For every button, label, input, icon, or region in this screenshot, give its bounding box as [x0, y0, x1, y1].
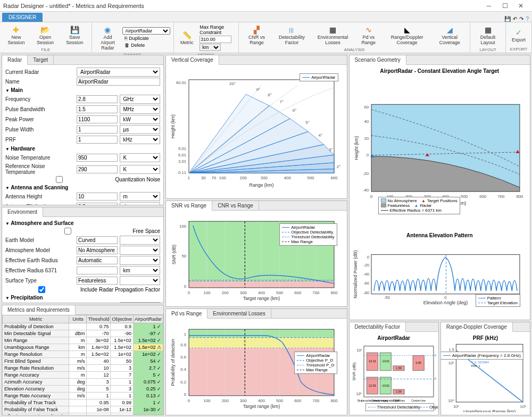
prop-input[interactable] — [77, 236, 118, 244]
tab-cnr[interactable]: CNR vs Range — [212, 201, 259, 210]
minimize-button[interactable]: ─ — [481, 0, 497, 12]
section-antenna[interactable]: Antenna and Scanning — [4, 184, 161, 191]
new-session-button[interactable]: ✚New Session — [3, 23, 29, 47]
svg-text:40: 40 — [364, 119, 369, 124]
maximize-button[interactable]: ☐ — [497, 0, 513, 12]
table-row[interactable]: Min Detectable SignaldBm-70-90-97 ✓ — [3, 330, 163, 337]
radar-select[interactable]: AirportRadar — [122, 27, 170, 35]
unit-select[interactable] — [120, 256, 161, 265]
tab-rdc[interactable]: Range-Doppler Coverage — [441, 322, 513, 332]
tab-designer[interactable]: DESIGNER — [2, 13, 43, 22]
section-atmosphere[interactable]: Atmosphere and Surface — [4, 219, 161, 227]
prop-input[interactable] — [77, 193, 118, 201]
table-row[interactable]: Elevation Accuracydeg530.25 ✓ — [3, 385, 163, 392]
help-icon[interactable]: ? — [526, 16, 529, 22]
cnr-button[interactable]: ▞CNR vs Range — [242, 23, 271, 47]
unit-select[interactable]: deg — [120, 202, 161, 205]
constraint-unit[interactable]: km — [200, 44, 221, 51]
export-button[interactable]: ✓Export — [509, 23, 528, 46]
unit-select[interactable]: kW — [120, 115, 161, 124]
prop-input[interactable] — [77, 277, 118, 285]
save-icon[interactable]: 💾 — [504, 16, 511, 22]
tab-snr[interactable]: SNR vs Range — [166, 201, 212, 211]
detect-factor-button[interactable]: ⫼Detectability Factor — [273, 23, 310, 47]
constraint-input[interactable] — [200, 36, 231, 43]
table-row[interactable]: Unambiguous Rangekm1.4e+021.5e+021.5e+02… — [3, 344, 163, 351]
unit-select[interactable]: km — [120, 266, 161, 275]
quantization-noise-checkbox[interactable] — [5, 176, 113, 183]
undo-icon[interactable]: ↶ — [513, 16, 517, 22]
tab-envlosses[interactable]: Environmental Losses — [207, 309, 271, 318]
svg-text:Normalized Power (dB): Normalized Power (dB) — [352, 250, 358, 298]
unit-select[interactable]: K — [120, 153, 161, 162]
prop-input[interactable] — [77, 95, 118, 103]
unit-select[interactable]: kHz — [120, 135, 161, 144]
section-precip[interactable]: Precipitation — [4, 294, 161, 302]
table-row[interactable]: Range Rate Accuracym/s110.13 ✓ — [3, 392, 163, 399]
unit-select[interactable]: MHz — [120, 105, 161, 114]
prop-input[interactable] — [77, 203, 118, 205]
section-hardware[interactable]: Hardware — [4, 145, 161, 153]
unit-select[interactable] — [120, 246, 161, 255]
tab-radar[interactable]: Radar — [2, 55, 28, 65]
prop-input[interactable] — [77, 165, 118, 173]
delete-button[interactable]: 🗑Delete — [122, 42, 170, 48]
svg-text:1: 1 — [184, 332, 186, 337]
table-row[interactable]: Probability of False Track1e-081e-121e-3… — [3, 406, 163, 413]
prop-input[interactable] — [77, 246, 118, 254]
section-main[interactable]: Main — [4, 86, 161, 94]
table-row[interactable]: Min Rangem3e+021.5e+021.5e+02 ✓ — [3, 337, 163, 344]
add-radar-button[interactable]: ◉Add Airport Radar — [95, 23, 120, 52]
prop-input[interactable] — [77, 154, 118, 162]
group-export-label: EXPORT — [509, 46, 528, 52]
table-row[interactable]: Range Resolutionm1.5e+021e+021e+02 ✓ — [3, 351, 163, 357]
radar-name-input[interactable] — [77, 78, 160, 86]
tab-pd[interactable]: Pd vs Range — [166, 309, 207, 319]
save-session-button[interactable]: 💾Save Session — [61, 23, 88, 47]
scenario-title: AirportRadar - Constant Elevation Angle … — [352, 67, 528, 75]
prop-input[interactable] — [77, 136, 118, 144]
redo-icon[interactable]: ↷ — [519, 16, 523, 22]
include-propagation-checkbox[interactable] — [5, 286, 78, 293]
open-session-button[interactable]: 📂Open Session — [31, 23, 59, 47]
free-space-checkbox[interactable] — [5, 228, 130, 235]
svg-text:600: 600 — [330, 176, 338, 180]
unit-select[interactable] — [120, 276, 161, 285]
svg-text:-20: -20 — [363, 263, 369, 268]
tab-metrics[interactable]: Metrics and Requirements — [2, 305, 76, 315]
prop-input[interactable] — [77, 115, 118, 123]
tab-target[interactable]: Target — [28, 55, 54, 64]
table-row[interactable]: Effective Isotropic Radiated PowerMW1e+0… — [3, 413, 163, 415]
default-layout-button[interactable]: ▦Default Layout — [473, 23, 502, 47]
prop-input[interactable] — [77, 266, 118, 274]
prop-input[interactable] — [77, 256, 118, 264]
pd-range-button[interactable]: ∿Pd vs Range — [355, 23, 381, 47]
metric-button[interactable]: 📏Metric — [177, 23, 196, 52]
duplicate-button[interactable]: ⎘Duplicate — [122, 35, 170, 41]
unit-select[interactable] — [120, 236, 161, 245]
unit-select[interactable]: m — [120, 192, 161, 201]
table-row[interactable]: Azimuth Accuracydeg310.075 ✓ — [3, 378, 163, 385]
tab-vertical-coverage[interactable]: Vertical Coverage — [166, 55, 219, 65]
tab-scenario[interactable]: Scenario Geometry — [350, 55, 406, 65]
vert-coverage-button[interactable]: ◢Vertical Coverage — [433, 23, 467, 47]
unit-select[interactable]: K — [120, 165, 161, 174]
svg-text:0.2: 0.2 — [180, 380, 186, 385]
svg-text:8°: 8° — [268, 93, 271, 97]
tab-detect-factor[interactable]: Detectability Factor — [350, 322, 406, 332]
current-radar-select[interactable]: AirportRadar — [77, 68, 160, 77]
table-row[interactable]: Probability of True Track0.950.991 ✓ — [3, 399, 163, 406]
prop-input[interactable] — [77, 126, 118, 134]
table-row[interactable]: First Blind Speedm/s405054 ✓ — [3, 357, 163, 364]
tab-environment[interactable]: Environment — [2, 207, 43, 217]
table-row[interactable]: Range Accuracym1275 ✓ — [3, 371, 163, 378]
range-doppler-button[interactable]: ◣Range/Doppler Coverage — [384, 23, 430, 47]
env-losses-button[interactable]: ▦Environmental Losses — [312, 23, 354, 47]
table-row[interactable]: Range Rate Resolutionm/s1032.7 ✓ — [3, 364, 163, 371]
table-row[interactable]: Probability of Detection0.750.91 ✓ — [3, 323, 163, 330]
unit-select[interactable]: µs — [120, 125, 161, 134]
prop-input[interactable] — [77, 105, 118, 113]
close-button[interactable]: ✕ — [513, 0, 529, 12]
env-icon: ▦ — [328, 24, 338, 35]
unit-select[interactable]: GHz — [120, 95, 161, 104]
